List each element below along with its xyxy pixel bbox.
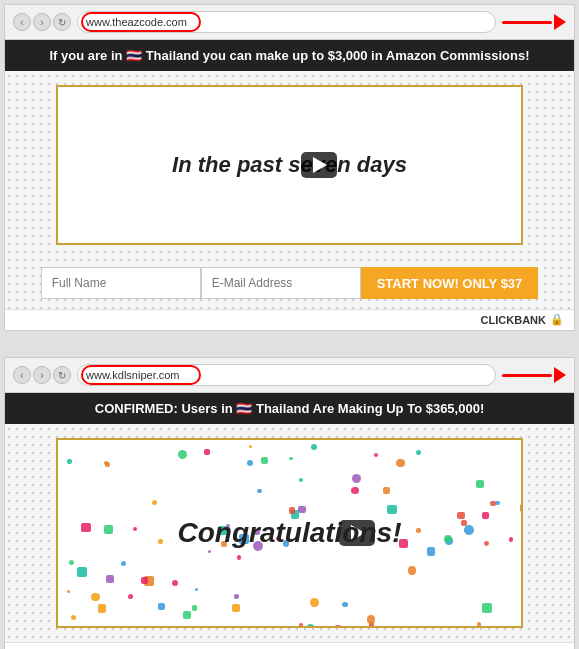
confetti-dot: [490, 501, 496, 507]
confetti-dot: [204, 449, 210, 455]
confetti-dot: [477, 622, 481, 626]
confetti-dot: [461, 520, 467, 526]
confetti-dot: [98, 604, 106, 612]
confetti-dot: [172, 580, 178, 586]
confetti-dot: [158, 603, 165, 610]
confetti-dot: [416, 528, 421, 533]
confetti-dot: [352, 474, 361, 483]
banner-text-2: CONFIRMED: Users in 🇹🇭 Thailand Are Maki…: [95, 401, 484, 416]
confetti-dot: [298, 506, 306, 514]
form-row-2: START NOW! ONLY $37: [5, 642, 574, 649]
confetti-dot: [387, 505, 397, 515]
back-button-2[interactable]: ‹: [13, 366, 31, 384]
confetti-dot: [351, 487, 359, 495]
confetti-dot: [152, 500, 157, 505]
confetti-dot: [106, 575, 114, 583]
address-bar-2[interactable]: [77, 364, 496, 386]
confetti-dot: [427, 547, 436, 556]
browser-chrome-1: ‹ › ↻: [4, 4, 575, 39]
confetti-dot: [67, 590, 70, 593]
confetti-dot: [416, 450, 421, 455]
confetti-dot: [247, 460, 254, 467]
confetti-dot: [520, 504, 523, 512]
full-name-input-1[interactable]: [41, 267, 201, 299]
confetti-dot: [121, 561, 126, 566]
confetti-dot: [141, 577, 148, 584]
clickbank-logo-1: CLICKBANK: [481, 314, 546, 326]
confetti-dot: [342, 602, 348, 608]
confetti-dot: [457, 512, 464, 519]
confetti-dot: [77, 567, 86, 576]
confetti-dot: [91, 593, 100, 602]
confetti-dot: [476, 480, 484, 488]
video-overlay-text-1: In the past seven days: [172, 152, 407, 178]
confetti-dot: [195, 588, 198, 591]
refresh-button-2[interactable]: ↻: [53, 366, 71, 384]
confetti-dot: [484, 541, 489, 546]
forward-button-2[interactable]: ›: [33, 366, 51, 384]
confetti-dot: [311, 444, 317, 450]
confetti-dot: [374, 453, 378, 457]
nav-buttons-1: ‹ › ↻: [13, 13, 71, 31]
confetti-dot: [249, 445, 252, 448]
play-triangle-icon-1: [313, 157, 327, 173]
confetti-dot: [81, 523, 90, 532]
lock-icon-1: 🔒: [550, 313, 564, 326]
clickbank-bar-1: CLICKBANK 🔒: [5, 309, 574, 330]
website-panel-2: CONFIRMED: Users in 🇹🇭 Thailand Are Maki…: [4, 392, 575, 649]
arrow-annotation-1: [502, 14, 566, 30]
confetti-dot: [234, 594, 239, 599]
confetti-dot: [158, 539, 163, 544]
top-banner-1: If you are in 🇹🇭 Thailand you can make u…: [5, 40, 574, 71]
confetti-dot: [237, 555, 242, 560]
email-input-1[interactable]: [201, 267, 361, 299]
video-area-1[interactable]: In the past seven days: [56, 85, 523, 245]
confetti-dot: [128, 594, 133, 599]
form-row-1: START NOW! ONLY $37: [5, 259, 574, 309]
confetti-dot: [367, 615, 376, 624]
back-button-1[interactable]: ‹: [13, 13, 31, 31]
cta-button-1[interactable]: START NOW! ONLY $37: [361, 267, 539, 299]
confetti-dot: [333, 625, 343, 628]
confetti-dot: [257, 489, 262, 494]
confetti-dot: [464, 525, 474, 535]
confetti-dot: [509, 537, 513, 541]
video-area-2[interactable]: Congratulations!: [56, 438, 523, 628]
confetti-dot: [307, 624, 313, 628]
confetti-dot: [192, 605, 197, 610]
confetti-dot: [482, 603, 492, 613]
confetti-dot: [71, 615, 77, 621]
confetti-dot: [67, 459, 72, 464]
confetti-dot: [183, 611, 191, 619]
confetti-dot: [299, 478, 303, 482]
confetti-dot: [69, 560, 74, 565]
arrow-annotation-2: [502, 367, 566, 383]
banner-text-1: If you are in 🇹🇭 Thailand you can make u…: [49, 48, 529, 63]
confetti-dot: [104, 525, 113, 534]
confetti-dot: [232, 604, 240, 612]
forward-button-1[interactable]: ›: [33, 13, 51, 31]
confetti-dot: [289, 507, 296, 514]
confetti-dot: [261, 457, 268, 464]
confetti-dot: [310, 598, 319, 607]
confetti-dot: [289, 457, 292, 460]
top-banner-2: CONFIRMED: Users in 🇹🇭 Thailand Are Maki…: [5, 393, 574, 424]
confetti-dot: [208, 550, 211, 553]
website-panel-1: If you are in 🇹🇭 Thailand you can make u…: [4, 39, 575, 331]
confetti-dot: [408, 566, 416, 574]
confetti-dot: [299, 623, 303, 627]
congrats-text: Congratulations!: [177, 517, 401, 549]
confetti-dot: [495, 501, 500, 506]
play-button-1[interactable]: [301, 152, 337, 178]
browser-chrome-2: ‹ › ↻: [4, 357, 575, 392]
confetti-dot: [396, 459, 405, 468]
address-bar-1[interactable]: [77, 11, 496, 33]
refresh-button-1[interactable]: ↻: [53, 13, 71, 31]
confetti-dot: [133, 527, 137, 531]
nav-buttons-2: ‹ › ↻: [13, 366, 71, 384]
confetti-dot: [178, 450, 187, 459]
confetti-dot: [104, 461, 108, 465]
confetti-dot: [482, 512, 488, 518]
confetti-dot: [383, 487, 390, 494]
panel-gap: [4, 339, 575, 349]
